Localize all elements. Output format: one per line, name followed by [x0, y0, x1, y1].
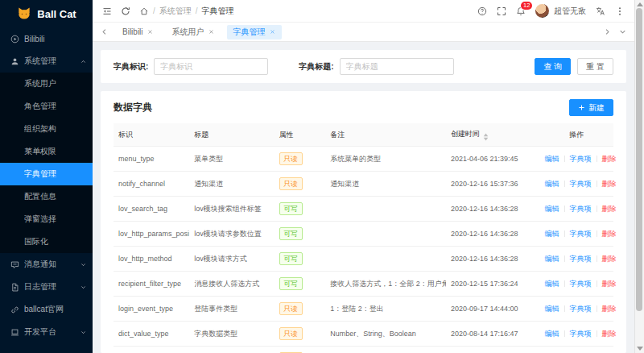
- sidebar-item-Bilibili[interactable]: Bilibili: [0, 27, 93, 50]
- tab-字典管理[interactable]: 字典管理: [227, 25, 282, 39]
- scrollbar[interactable]: [634, 0, 644, 353]
- sidebar-item-ballcat官网[interactable]: ballcat官网: [0, 298, 93, 321]
- menu-fold-icon[interactable]: [102, 6, 112, 16]
- sidebar-item-组织架构[interactable]: 组织架构: [0, 118, 93, 140]
- message-icon: [10, 260, 19, 269]
- dict-attr-cell: 只读: [275, 347, 326, 353]
- dict-items-link[interactable]: 字典项: [559, 255, 592, 263]
- brand-logo[interactable]: Ball Cat: [0, 0, 93, 27]
- username[interactable]: 超管无敌: [554, 6, 586, 17]
- dict-code-input[interactable]: [154, 58, 268, 75]
- dict-remark-cell: [325, 222, 446, 247]
- edit-link[interactable]: 编辑: [545, 180, 559, 188]
- avatar[interactable]: [535, 4, 549, 18]
- dict-items-link[interactable]: 字典项: [559, 155, 592, 163]
- delete-link[interactable]: 删除: [592, 330, 617, 338]
- scroll-down-arrow[interactable]: [637, 347, 643, 351]
- translate-icon[interactable]: [596, 6, 605, 16]
- sidebar-item-弹窗选择[interactable]: 弹窗选择: [0, 208, 93, 230]
- dict-id-cell: lov_http_params_position: [114, 222, 189, 247]
- dict-remark-cell: 系统菜单的类型: [325, 147, 446, 172]
- delete-link[interactable]: 删除: [592, 180, 617, 188]
- sidebar-item-label: 系统管理: [24, 56, 80, 67]
- scrollbar-thumb[interactable]: [636, 8, 642, 311]
- edit-link[interactable]: 编辑: [545, 280, 559, 288]
- sort-carets-icon[interactable]: [483, 133, 489, 141]
- row-actions-cell: 编辑字典项删除: [540, 197, 613, 222]
- delete-link[interactable]: 删除: [592, 255, 617, 263]
- sidebar-item-系统用户[interactable]: 系统用户: [0, 73, 93, 95]
- dict-attr-cell: 可写: [275, 222, 326, 247]
- sidebar-menu: Bilibili系统管理系统用户角色管理组织架构菜单权限字典管理配置信息弹窗选择…: [0, 27, 93, 343]
- dict-items-link[interactable]: 字典项: [559, 305, 592, 313]
- sidebar-item-label: 字典管理: [24, 168, 86, 180]
- sidebar-item-label: 角色管理: [24, 101, 86, 112]
- sidebar-item-label: 消息通知: [24, 259, 80, 270]
- edit-link[interactable]: 编辑: [545, 155, 559, 163]
- close-icon[interactable]: [147, 29, 153, 35]
- fullscreen-icon[interactable]: [497, 6, 506, 16]
- tab-Bilibili[interactable]: Bilibili: [116, 26, 159, 38]
- chevron-left-icon[interactable]: [101, 28, 108, 35]
- close-icon[interactable]: [208, 29, 214, 35]
- table-row: dict_value_type字典数据类型只读Number、String、Boo…: [114, 322, 613, 347]
- reload-icon[interactable]: [121, 6, 130, 16]
- sidebar-item-系统管理[interactable]: 系统管理: [0, 50, 93, 73]
- row-actions-cell: 编辑字典项删除: [540, 272, 613, 297]
- dict-title-input[interactable]: [340, 58, 454, 75]
- dict-remark-cell: 通知渠道: [325, 172, 446, 197]
- chevron-right-icon[interactable]: [604, 28, 611, 35]
- dict-title-cell: lov模块请求参数位置: [189, 222, 274, 247]
- column-header-创建时间[interactable]: 创建时间: [446, 123, 539, 147]
- delete-link[interactable]: 删除: [592, 155, 617, 163]
- dict-items-link[interactable]: 字典项: [559, 230, 592, 238]
- delete-link[interactable]: 删除: [592, 205, 617, 213]
- edit-link[interactable]: 编辑: [545, 205, 559, 213]
- dict-items-link[interactable]: 字典项: [559, 205, 592, 213]
- delete-link[interactable]: 删除: [592, 305, 617, 313]
- dict-id-cell: notify_channel: [114, 172, 189, 197]
- edit-link[interactable]: 编辑: [545, 230, 559, 238]
- question-circle-icon[interactable]: [477, 6, 487, 16]
- row-actions-cell: 编辑字典项删除: [540, 347, 613, 353]
- dict-items-link[interactable]: 字典项: [559, 280, 592, 288]
- dict-title-cell: lov模块搜索组件标签: [189, 197, 274, 222]
- sidebar-item-消息通知[interactable]: 消息通知: [0, 253, 93, 276]
- edit-link[interactable]: 编辑: [545, 255, 559, 263]
- scroll-up-arrow[interactable]: [637, 2, 643, 6]
- app-root: Ball Cat Bilibili系统管理系统用户角色管理组织架构菜单权限字典管…: [0, 0, 644, 353]
- edit-link[interactable]: 编辑: [545, 330, 559, 338]
- edit-link[interactable]: 编辑: [545, 305, 559, 313]
- home-icon[interactable]: [139, 6, 149, 16]
- delete-link[interactable]: 删除: [592, 230, 617, 238]
- table-row: lov_search_taglov模块搜索组件标签可写2020-12-16 14…: [114, 197, 613, 222]
- dict-items-link[interactable]: 字典项: [559, 330, 592, 338]
- sidebar-item-label: 菜单权限: [24, 146, 86, 157]
- attr-tag: 只读: [279, 152, 303, 165]
- create-button[interactable]: 新建: [569, 99, 613, 116]
- column-header-label: 创建时间: [451, 130, 480, 138]
- sidebar-item-日志管理[interactable]: 日志管理: [0, 276, 93, 298]
- breadcrumb-item[interactable]: 系统管理: [159, 6, 192, 17]
- attr-tag: 只读: [279, 302, 303, 315]
- notifications-button[interactable]: 12: [516, 6, 526, 16]
- topbar-actions: 12 超管无敌: [477, 4, 625, 18]
- sidebar-item-国际化[interactable]: 国际化: [0, 230, 93, 253]
- dict-attr-cell: 可写: [275, 272, 326, 297]
- play-circle-icon: [10, 35, 19, 44]
- reset-button[interactable]: 重 置: [577, 58, 613, 75]
- close-icon[interactable]: [270, 29, 275, 35]
- sidebar-item-角色管理[interactable]: 角色管理: [0, 95, 93, 118]
- sidebar-item-开发平台[interactable]: 开发平台: [0, 321, 93, 343]
- created-time-cell: 2020-12-16 15:37:36: [446, 172, 539, 197]
- query-button[interactable]: 查 询: [535, 58, 571, 75]
- dict-items-link[interactable]: 字典项: [559, 180, 592, 188]
- sidebar-item-配置信息[interactable]: 配置信息: [0, 185, 93, 208]
- sidebar-item-字典管理[interactable]: 字典管理: [0, 163, 93, 185]
- delete-link[interactable]: 删除: [592, 280, 617, 288]
- sidebar-item-label: 组织架构: [24, 123, 86, 135]
- more-icon[interactable]: [615, 6, 625, 16]
- tab-系统用户[interactable]: 系统用户: [166, 25, 221, 39]
- sidebar-item-菜单权限[interactable]: 菜单权限: [0, 140, 93, 163]
- chevron-down-icon[interactable]: [619, 28, 626, 35]
